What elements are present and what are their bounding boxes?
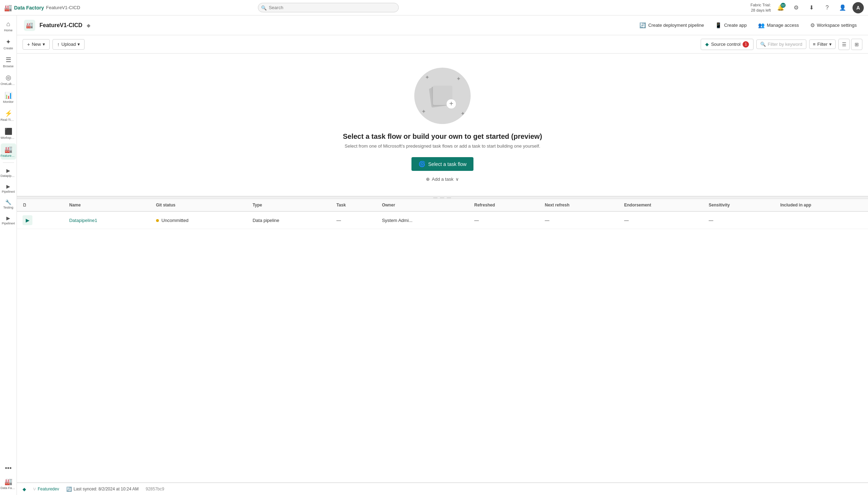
sparkle-icon-4: ✦ [460,110,465,117]
sidebar-item-factory[interactable]: 🏭 Data Factory [1,476,16,492]
topbar-right: Fabric Trial: 28 days left 🔔 02 ⚙ ⬇ ? 👤 … [751,2,864,13]
col-checkbox: 🗋 [17,199,63,211]
select-task-flow-label: Select a task flow [428,161,467,167]
row-name[interactable]: Datapipeline1 [63,211,150,229]
workspace-settings-button[interactable]: ⚙ Workspace settings [806,20,861,31]
git-icon-item: ◆ [23,487,26,492]
row-type: Data pipeline [247,211,331,229]
branch-item[interactable]: ⑂ Featuredev [33,487,59,492]
sidebar-label-featurev1: FeatureV1-CICD [1,154,16,158]
browse-icon: ☰ [6,56,11,64]
factory-icon: 🏭 [5,478,12,485]
filter-button[interactable]: ≡ Filter ▾ [809,39,836,49]
git-diamond-icon: ◆ [23,487,26,492]
create-icon: ✦ [6,38,11,46]
sidebar-item-datapipeline1[interactable]: ▶ Datapipeline 1 [1,166,16,180]
file-type-header-icon: 🗋 [23,203,27,208]
manage-access-button[interactable]: 👥 Manage access [754,20,803,31]
col-next-refresh[interactable]: Next refresh [539,199,619,211]
create-app-button[interactable]: 📱 Create app [711,20,751,31]
col-git-status[interactable]: Git status [150,199,247,211]
sync-item[interactable]: 🔄 Last synced: 8/2/2024 at 10:24 AM [66,487,139,492]
source-control-button[interactable]: ◆ Source control 1 [701,39,754,50]
topbar-workspace: FeatureV1-CICD [46,5,80,10]
hero-illustration: ✦ ✦ ✦ ✦ + [414,68,471,124]
sidebar-item-featurev1[interactable]: 🏭 FeatureV1-CICD [1,143,16,160]
col-sensitivity[interactable]: Sensitivity [703,199,775,211]
sidebar-item-create[interactable]: ✦ Create [1,36,16,52]
create-deployment-pipeline-button[interactable]: 🔄 Create deployment pipeline [635,20,708,31]
table-row: ▶ Datapipeline1 Uncommitted Data pipelin… [17,211,868,229]
list-view-button[interactable]: ☰ [838,39,850,50]
create-app-icon: 📱 [715,22,722,29]
search-input[interactable] [258,3,399,12]
filter-input[interactable]: 🔍 Filter by keyword [756,39,806,49]
select-task-flow-button[interactable]: 🌀 Select a task flow [411,157,474,171]
avatar[interactable]: A [852,2,864,13]
col-owner[interactable]: Owner [376,199,469,211]
settings-button[interactable]: ⚙ [790,2,802,13]
col-endorsement[interactable]: Endorsement [619,199,703,211]
pipeline-icon: ▶ [26,217,30,223]
upload-chevron-icon: ▾ [78,42,80,47]
sparkle-icon-2: ✦ [456,75,461,82]
upload-icon: ↑ [57,42,60,47]
table-header: 🗋 Name Git status Type Task Owner Refres… [17,199,868,211]
share-button[interactable]: 👤 [837,2,848,13]
view-toggle-buttons: ☰ ⊞ [838,39,862,50]
download-button[interactable]: ⬇ [806,2,817,13]
col-type[interactable]: Type [247,199,331,211]
workspace-settings-icon: ⚙ [810,22,815,29]
sidebar-item-pipeline4a[interactable]: ▶ Pipeline4 [1,181,16,196]
sidebar-item-workspaces[interactable]: ⬛ Workspaces [1,125,16,142]
sidebar-item-testing[interactable]: 🔧 Testing [1,197,16,212]
notifications-button[interactable]: 🔔 02 [775,2,786,13]
workspace-name: FeatureV1-CICD [39,22,82,29]
col-refreshed[interactable]: Refreshed [469,199,539,211]
table-header-row: 🗋 Name Git status Type Task Owner Refres… [17,199,868,211]
new-label: New [32,42,41,47]
add-task-label: Add a task [432,177,453,182]
svg-text:+: + [449,100,453,107]
hero-subtitle: Select from one of Microsoft's predesign… [345,143,540,149]
add-task-button[interactable]: ⊕ Add a task ∨ [426,177,459,182]
grid-view-button[interactable]: ⊞ [851,39,862,50]
sidebar-item-pipeline4b[interactable]: ▶ Pipeline4 [1,213,16,228]
sidebar-item-more[interactable]: ••• [1,463,16,474]
app-logo: 🏭 Data Factory FeatureV1-CICD [4,4,80,12]
sidebar-item-onelake[interactable]: ◎ OneLake data hub [1,72,16,88]
col-included-in-app[interactable]: Included in app [775,199,868,211]
notification-badge: 02 [781,3,786,8]
search-icon: 🔍 [261,5,267,10]
sidebar-label-realtime: Real-Time hub [1,118,16,122]
help-button[interactable]: ? [822,2,833,13]
filter-placeholder-text: Filter by keyword [768,42,802,47]
col-task[interactable]: Task [331,199,376,211]
sidebar-item-browse[interactable]: ☰ Browse [1,54,16,70]
sidebar-divider1 [3,162,14,163]
sync-icon: 🔄 [66,487,72,492]
new-button[interactable]: + New ▾ [23,39,50,50]
search-bar[interactable]: 🔍 [258,3,399,12]
sparkle-icon-1: ✦ [425,74,429,81]
workspace-icon-inner: 🏭 [26,22,33,29]
sidebar-item-realtime[interactable]: ⚡ Real-Time hub [1,107,16,124]
sidebar-item-home[interactable]: ⌂ Home [1,18,16,35]
row-type-icon-cell: ▶ [17,211,63,229]
pages-svg-icon: + [427,80,458,112]
select-task-flow-icon: 🌀 [418,161,426,167]
testing-icon: 🔧 [5,199,11,205]
workspace-header: 🏭 FeatureV1-CICD ◆ 🔄 Create deployment p… [17,16,868,35]
sidebar-item-monitor[interactable]: 📊 Monitor [1,89,16,106]
trial-info: Fabric Trial: 28 days left [751,2,771,13]
sidebar-label-testing: Testing [3,206,13,210]
sidebar-label-onelake: OneLake data hub [1,82,16,86]
upload-button[interactable]: ↑ Upload ▾ [52,39,85,50]
col-name[interactable]: Name [63,199,150,211]
drag-handle[interactable]: — — — [17,196,868,199]
filter-lines-icon: ≡ [813,42,816,47]
row-git-status: Uncommitted [150,211,247,229]
new-chevron-icon: ▾ [43,42,45,47]
source-control-badge: 1 [743,41,749,48]
sidebar-label-create: Create [4,47,13,50]
